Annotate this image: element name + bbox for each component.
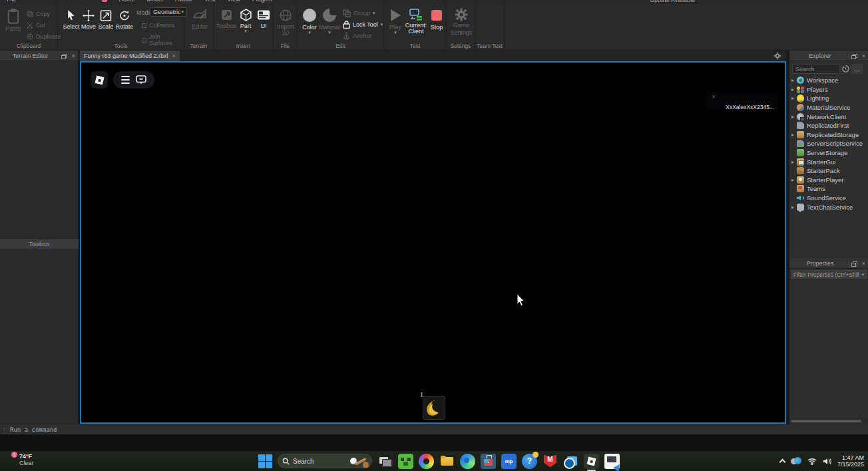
menu-tab-model[interactable]: Model <box>147 0 164 3</box>
tray-chevron-up-icon[interactable] <box>779 459 786 466</box>
search-input[interactable] <box>293 458 346 465</box>
app-icon-mp[interactable]: mp <box>501 454 517 469</box>
import-3d-button[interactable]: Import 3D <box>276 9 295 36</box>
app-icon-photos[interactable] <box>419 454 434 469</box>
ui-button[interactable]: UI <box>255 9 272 29</box>
cut-button[interactable]: Cut <box>27 22 45 29</box>
explorer-item-replicatedstorage[interactable]: ▸ReplicatedStorage <box>789 130 868 140</box>
document-tab[interactable]: Funny r63 game Modified 2.rbxl × <box>80 51 180 61</box>
weather-widget[interactable]: 1 74°F Clear <box>4 453 34 466</box>
hamburger-menu-icon[interactable] <box>121 76 130 84</box>
move-tool-button[interactable]: Move <box>80 9 97 30</box>
app-icon-outlook[interactable] <box>563 454 578 469</box>
expand-arrow-icon[interactable]: ▸ <box>791 77 797 83</box>
stop-button[interactable]: Stop <box>428 8 445 31</box>
expand-arrow-icon[interactable]: ▸ <box>791 177 797 183</box>
duplicate-button[interactable]: Duplicate <box>27 33 61 40</box>
terrain-editor-button[interactable]: Editor <box>190 9 209 30</box>
color-button[interactable]: Color ▾ <box>300 8 319 35</box>
explorer-item-players[interactable]: ▸Players <box>789 85 868 94</box>
horizontal-scrollbar[interactable] <box>789 418 868 424</box>
menu-file[interactable]: File <box>7 0 17 3</box>
app-icon-edge[interactable] <box>460 454 475 469</box>
explorer-item-textchatservice[interactable]: ▸TextChatService <box>789 202 868 212</box>
explorer-item-networkclient[interactable]: ▸NetworkClient <box>789 112 868 121</box>
scale-tool-button[interactable]: Scale <box>97 9 114 30</box>
current-client-button[interactable]: Current: Client <box>405 8 427 35</box>
properties-filter-input[interactable] <box>791 271 861 278</box>
game-viewport[interactable]: × XxXalexXxX2345... 1 <box>80 61 786 424</box>
explorer-item-lighting[interactable]: ▸Lighting <box>789 94 868 103</box>
app-icon-movies[interactable] <box>604 454 620 469</box>
explorer-item-startergui[interactable]: ▸StarterGui <box>789 157 868 166</box>
lock-tool-button[interactable]: Lock Tool ▾ <box>343 21 383 29</box>
explorer-item-serverscriptservice[interactable]: ServerScriptService <box>789 139 868 148</box>
app-icon-roblox-studio-active[interactable] <box>584 454 599 469</box>
mode-dropdown[interactable]: Geometric ▾ <box>150 7 187 17</box>
properties-filter[interactable]: ▾ <box>791 270 867 279</box>
game-settings-button[interactable]: Game Settings <box>451 8 472 36</box>
close-icon[interactable]: × <box>859 52 868 60</box>
record-icon[interactable] <box>102 0 107 2</box>
scrollbar-thumb[interactable] <box>791 420 861 422</box>
close-icon[interactable]: × <box>859 259 868 267</box>
explorer-item-starterpack[interactable]: StarterPack <box>789 166 868 176</box>
roblox-menu-button[interactable] <box>91 71 108 88</box>
start-button[interactable] <box>258 454 272 468</box>
app-icon-microsoft-store[interactable] <box>481 454 496 469</box>
expand-arrow-icon[interactable]: ▸ <box>791 86 797 92</box>
expand-arrow-icon[interactable]: ▸ <box>791 114 797 120</box>
play-button[interactable]: Play ▾ <box>387 8 404 35</box>
undock-icon[interactable] <box>851 52 859 60</box>
anchor-button[interactable]: Anchor <box>343 32 372 40</box>
explorer-item-soundservice[interactable]: SoundService <box>789 194 868 203</box>
undock-icon[interactable] <box>851 259 859 267</box>
toolbox-button[interactable]: Toolbox <box>216 9 236 29</box>
expand-arrow-icon[interactable]: ▸ <box>791 95 797 101</box>
app-icon-file-explorer[interactable] <box>439 454 455 469</box>
toolbox-collapsed-bar[interactable]: Toolbox <box>0 238 79 249</box>
app-icon-get-help[interactable]: ? <box>522 454 537 469</box>
expand-arrow-icon[interactable]: ▸ <box>791 204 797 210</box>
select-tool-button[interactable]: Select <box>63 9 80 30</box>
history-icon[interactable] <box>842 65 849 73</box>
explorer-item-teams[interactable]: Teams <box>789 184 868 194</box>
command-bar[interactable]: ⋮ Run a command <box>0 424 868 434</box>
update-available-label[interactable]: Update Available <box>650 0 695 3</box>
part-button[interactable]: Part ▾ <box>237 9 254 33</box>
explorer-item-replicatedfirst[interactable]: ReplicatedFirst <box>789 121 868 130</box>
viewport-settings-icon[interactable] <box>773 52 781 60</box>
app-icon-minecraft[interactable] <box>398 454 413 469</box>
chat-icon[interactable] <box>136 75 146 85</box>
menu-tab-view[interactable]: View <box>227 0 240 3</box>
explorer-item-materialservice[interactable]: MaterialService <box>789 103 868 112</box>
expand-arrow-icon[interactable]: ▸ <box>791 159 797 165</box>
copy-button[interactable]: Copy <box>27 11 50 17</box>
tray-onedrive-icon[interactable] <box>791 457 801 465</box>
explorer-item-serverstorage[interactable]: ServerStorage <box>789 148 868 158</box>
close-icon[interactable]: × <box>69 52 78 60</box>
material-button[interactable]: Material ▾ <box>320 8 339 35</box>
paste-button[interactable]: Paste <box>4 8 23 32</box>
menu-tab-plugins[interactable]: Plugins <box>252 0 272 3</box>
tab-close-icon[interactable]: × <box>172 53 176 59</box>
group-button[interactable]: Group ▾ <box>343 9 375 17</box>
app-icon-mcafee[interactable] <box>542 454 558 469</box>
menu-tab-test[interactable]: Test <box>204 0 216 3</box>
undock-icon[interactable] <box>61 52 69 60</box>
expand-arrow-icon[interactable]: ▸ <box>791 132 797 138</box>
collisions-checkbox[interactable]: Collisions <box>142 22 175 29</box>
rotate-tool-button[interactable]: Rotate <box>114 9 134 30</box>
menu-tab-avatar[interactable]: Avatar <box>175 0 192 3</box>
taskbar-clock[interactable]: 1:47 AM 7/15/2025 <box>837 454 864 468</box>
volume-icon[interactable] <box>823 458 831 465</box>
wifi-icon[interactable] <box>807 458 817 465</box>
menu-tab-home[interactable]: Home <box>119 0 135 3</box>
taskbar-search[interactable] <box>278 454 372 468</box>
explorer-more-button[interactable]: … <box>851 64 863 74</box>
explorer-item-starterplayer[interactable]: ▸StarterPlayer <box>789 176 868 185</box>
explorer-item-workspace[interactable]: ▸Workspace <box>789 76 868 85</box>
explorer-search-input[interactable] <box>792 64 840 74</box>
task-view-button[interactable] <box>377 454 393 469</box>
hotbar-slot[interactable] <box>423 396 445 420</box>
